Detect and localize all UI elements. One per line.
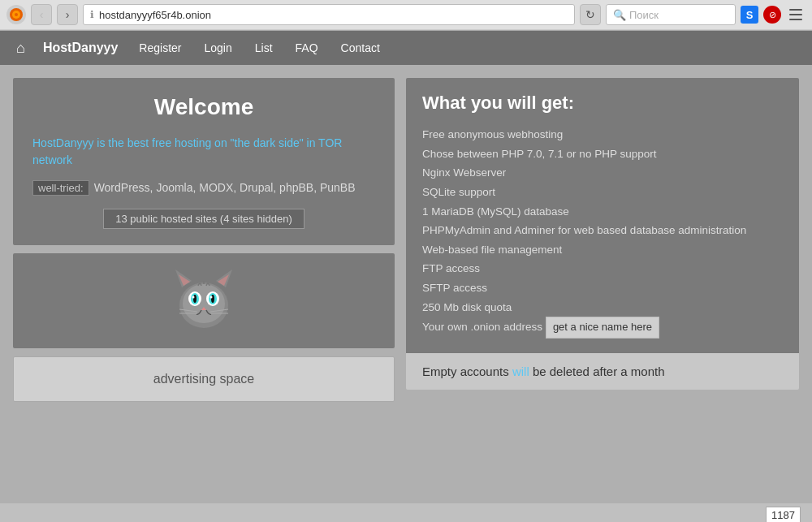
what-you-get-box: What you will get: Free anonymous webhos… [406,78,799,353]
svg-point-13 [193,295,197,303]
info-icon: ℹ [90,9,94,20]
counter-row: 1187 [0,503,812,522]
left-panel: Welcome HostDanyyy is the best free host… [13,78,395,402]
firefox-menu-button[interactable] [6,5,26,24]
list-item: Your own .onion address get a nice name … [422,317,783,339]
svg-point-15 [192,296,195,299]
list-item: 250 Mb disk quota [422,298,783,317]
cat-image [167,263,240,336]
svg-point-8 [183,284,225,323]
nav-faq[interactable]: FAQ [284,33,330,63]
nav-bar: ⌂ HostDanyyy Register Login List FAQ Con… [0,31,812,65]
svg-point-14 [211,295,214,303]
list-item: Free anonymous webhosting [422,125,783,145]
list-item: Nginx Webserver [422,163,783,183]
visitor-counter: 1187 [766,507,801,522]
right-panel: What you will get: Free anonymous webhos… [406,78,799,390]
address-bar[interactable]: ℹ hostdanyyyf65r4b.onion [83,4,575,25]
stop-icon[interactable]: ⊘ [763,6,781,24]
list-item: SQLite support [422,183,783,202]
svg-point-16 [210,296,213,299]
list-item: Web-based file management [422,240,783,260]
advertising-text: advertising space [153,372,255,386]
forward-button[interactable]: › [57,4,78,25]
welcome-box: Welcome HostDanyyy is the best free host… [13,78,395,245]
brand-link[interactable]: HostDanyyy [33,41,127,55]
sites-badge: 13 public hosted sites (4 sites hidden) [103,209,304,229]
sites-row: 13 public hosted sites (4 sites hidden) [32,199,375,229]
search-icon: 🔍 [613,9,626,21]
list-item: 1 MariaDB (MySQL) database [422,202,783,222]
well-tried-items: WordPress, Joomla, MODX, Drupal, phpBB, … [94,181,356,194]
welcome-title: Welcome [32,94,375,120]
list-item: SFTP access [422,278,783,298]
url-text: hostdanyyyf65r4b.onion [99,9,211,21]
svg-point-2 [15,13,18,16]
page-content: Welcome HostDanyyy is the best free host… [0,65,812,503]
list-item: FTP access [422,259,783,278]
back-button[interactable]: ‹ [31,4,52,25]
list-item: PHPMyAdmin and Adminer for web based dat… [422,221,783,240]
nav-login[interactable]: Login [193,33,244,63]
empty-accounts-box: Empty accounts will be deleted after a m… [406,353,799,390]
well-tried-row: well-tried: WordPress, Joomla, MODX, Dru… [32,180,375,196]
browser-chrome: ‹ › ℹ hostdanyyyf65r4b.onion ↻ 🔍 Поиск S… [0,0,812,31]
nav-contact[interactable]: Contact [330,33,391,63]
hamburger-menu[interactable] [786,6,806,24]
welcome-description: HostDanyyy is the best free hosting on "… [32,135,375,169]
cat-box [13,253,395,348]
well-tried-badge: well-tried: [32,180,89,196]
what-title: What you will get: [422,93,783,114]
refresh-button[interactable]: ↻ [580,4,601,25]
search-bar[interactable]: 🔍 Поиск [606,4,736,25]
home-nav-icon[interactable]: ⌂ [8,40,33,57]
advertising-box: advertising space [13,356,395,402]
nav-list[interactable]: List [244,33,284,63]
empty-accounts-text: Empty accounts will be deleted after a m… [422,365,665,378]
nice-name-button[interactable]: get a nice name here [546,317,659,339]
skype-icon[interactable]: S [741,6,758,24]
browser-toolbar: ‹ › ℹ hostdanyyyf65r4b.onion ↻ 🔍 Поиск S… [0,0,812,30]
what-list: Free anonymous webhosting Chose between … [422,125,783,339]
list-item: Chose between PHP 7.0, 7.1 or no PHP sup… [422,145,783,164]
nav-register[interactable]: Register [127,33,192,63]
search-placeholder: Поиск [629,9,659,21]
